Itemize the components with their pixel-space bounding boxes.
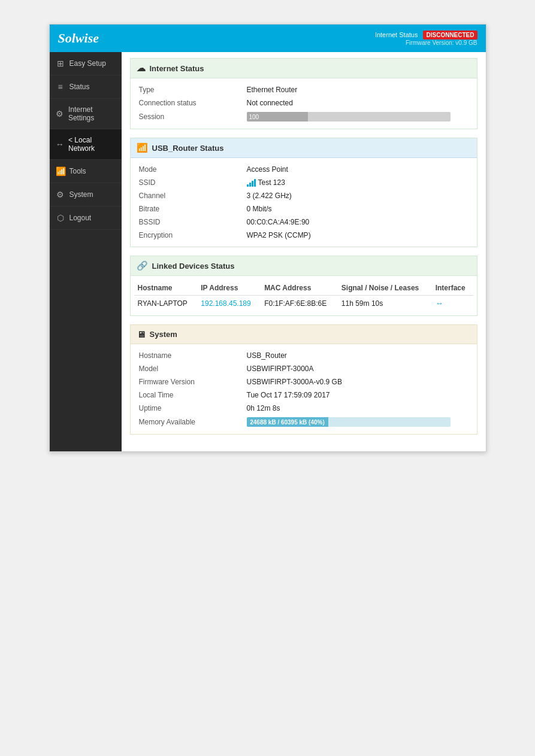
sys-uptime-value: 0h 12m 8s xyxy=(247,404,280,412)
sys-hostname-value: USB_Router xyxy=(247,351,287,360)
main-layout: ⊞ Easy Setup ≡ Status ⚙ Internet Setting… xyxy=(50,52,486,451)
status-icon: ≡ xyxy=(56,82,65,92)
internet-status-label: Internet Status xyxy=(375,31,418,38)
linked-devices-header-bar: 🔗 Linked Devices Status xyxy=(131,256,477,276)
sys-uptime-row: Uptime 0h 12m 8s xyxy=(139,402,468,415)
type-label: Type xyxy=(139,86,247,94)
device-interface: ↔ xyxy=(432,296,473,311)
encryption-value: WPA2 PSK (CCMP) xyxy=(247,231,311,239)
sys-firmware-row: Firmware Version USBWIFIRPT-3000A-v0.9 G… xyxy=(139,375,468,388)
sidebar-item-label-local-network: < Local Network xyxy=(68,136,115,153)
sidebar-item-status[interactable]: ≡ Status xyxy=(50,75,122,99)
ssid-label: SSID xyxy=(139,178,247,187)
linked-devices-body: Hostname IP Address MAC Address Signal /… xyxy=(131,276,477,315)
ssid-value: Test 123 xyxy=(247,178,285,187)
device-hostname: RYAN-LAPTOP xyxy=(134,296,198,311)
session-bar: 100 xyxy=(247,112,451,122)
channel-row: Channel 3 (2.422 GHz) xyxy=(139,189,468,202)
interface-icon: ↔ xyxy=(436,299,443,308)
signal-bars-icon xyxy=(247,178,256,187)
col-hostname: Hostname xyxy=(134,281,198,296)
bar4 xyxy=(254,179,256,187)
sys-memory-row: Memory Available 24688 kB / 60395 kB (40… xyxy=(139,415,468,429)
encryption-label: Encryption xyxy=(139,231,247,239)
memory-progress-bar: 24688 kB / 60395 kB (40%) xyxy=(247,417,451,427)
local-network-icon: ↔ xyxy=(56,139,65,149)
device-signal: 11h 59m 10s xyxy=(338,296,432,311)
system-header-bar: 🖥 System xyxy=(131,325,477,344)
internet-status-header: Internet Status DISCONNECTED xyxy=(375,31,477,38)
sidebar-item-internet-settings[interactable]: ⚙ Internet Settings xyxy=(50,99,122,129)
connection-row: Connection status Not connected xyxy=(139,96,468,110)
disconnected-badge: DISCONNECTED xyxy=(423,31,477,40)
ssid-row: SSID Test 123 xyxy=(139,176,468,189)
memory-bar-text: 24688 kB / 60395 kB (40%) xyxy=(250,419,325,426)
sidebar-item-label-tools: Tools xyxy=(69,167,86,175)
bssid-value: 00:C0:CA:A4:9E:90 xyxy=(247,218,310,226)
col-ip: IP Address xyxy=(197,281,261,296)
cloud-icon: ☁ xyxy=(137,63,146,74)
sidebar-item-label-internet-settings: Internet Settings xyxy=(68,105,116,122)
mode-value: Access Point xyxy=(247,165,288,174)
device-ip: 192.168.45.189 xyxy=(197,296,261,311)
mode-label: Mode xyxy=(139,165,247,174)
sidebar-item-label-logout: Logout xyxy=(69,214,92,222)
device-mac: F0:1F:AF:6E:8B:6E xyxy=(261,296,338,311)
sidebar-item-label-status: Status xyxy=(69,83,90,91)
sidebar-item-label-system: System xyxy=(69,190,93,199)
wifi-icon: 📶 xyxy=(137,142,148,153)
linked-devices-title: Linked Devices Status xyxy=(152,262,235,271)
sidebar-item-logout[interactable]: ⬡ Logout xyxy=(50,207,122,230)
mode-row: Mode Access Point xyxy=(139,163,468,176)
internet-status-section: ☁ Internet Status Type Ethernet Router C… xyxy=(130,58,477,129)
devices-table: Hostname IP Address MAC Address Signal /… xyxy=(134,281,473,311)
bssid-label: BSSID xyxy=(139,218,247,226)
connection-label: Connection status xyxy=(139,99,247,107)
usb-router-title: USB_Router Status xyxy=(152,144,224,153)
bitrate-label: Bitrate xyxy=(139,205,247,213)
sys-uptime-label: Uptime xyxy=(139,404,247,412)
session-row: Session 100 xyxy=(139,110,468,124)
logo: Solwise xyxy=(58,31,99,46)
logout-icon: ⬡ xyxy=(56,213,65,223)
devices-table-header-row: Hostname IP Address MAC Address Signal /… xyxy=(134,281,473,296)
col-mac: MAC Address xyxy=(261,281,338,296)
sys-model-label: Model xyxy=(139,365,247,373)
system-section: 🖥 System Hostname USB_Router Model USBWI… xyxy=(130,324,477,435)
monitor-icon: 🖥 xyxy=(137,329,146,339)
link-icon: 🔗 xyxy=(137,260,148,271)
sidebar-item-local-network[interactable]: ↔ < Local Network xyxy=(50,129,122,160)
system-body: Hostname USB_Router Model USBWIFIRPT-300… xyxy=(131,344,477,434)
bitrate-row: Bitrate 0 Mbit/s xyxy=(139,202,468,215)
header: Solwise Internet Status DISCONNECTED Fir… xyxy=(50,25,486,52)
type-row: Type Ethernet Router xyxy=(139,83,468,96)
system-title: System xyxy=(150,330,177,339)
firmware-version-line: Firmware Version: v0.9 GB xyxy=(375,40,477,46)
table-row: RYAN-LAPTOP 192.168.45.189 F0:1F:AF:6E:8… xyxy=(134,296,473,311)
sys-model-row: Model USBWIFIRPT-3000A xyxy=(139,362,468,375)
channel-value: 3 (2.422 GHz) xyxy=(247,192,292,200)
firmware-label: Firmware Version: xyxy=(406,40,454,46)
firmware-value: v0.9 GB xyxy=(455,40,477,46)
header-right: Internet Status DISCONNECTED Firmware Ve… xyxy=(375,31,477,46)
sys-model-value: USBWIFIRPT-3000A xyxy=(247,365,314,373)
internet-status-body: Type Ethernet Router Connection status N… xyxy=(131,78,477,129)
sys-firmware-label: Firmware Version xyxy=(139,378,247,386)
easy-setup-icon: ⊞ xyxy=(56,59,65,68)
col-interface: Interface xyxy=(432,281,473,296)
sys-firmware-value: USBWIFIRPT-3000A-v0.9 GB xyxy=(247,378,342,386)
sidebar-item-system[interactable]: ⚙ System xyxy=(50,183,122,207)
bar1 xyxy=(247,184,249,187)
sidebar-item-tools[interactable]: 📶 Tools xyxy=(50,160,122,183)
sys-localtime-row: Local Time Tue Oct 17 17:59:09 2017 xyxy=(139,388,468,402)
bar3 xyxy=(252,181,253,187)
bssid-row: BSSID 00:C0:CA:A4:9E:90 xyxy=(139,215,468,229)
session-label: Session xyxy=(139,113,247,121)
sys-hostname-label: Hostname xyxy=(139,351,247,360)
internet-settings-icon: ⚙ xyxy=(56,109,64,119)
sidebar-item-easy-setup[interactable]: ⊞ Easy Setup xyxy=(50,52,122,75)
ssid-text: Test 123 xyxy=(258,178,285,187)
linked-devices-section: 🔗 Linked Devices Status Hostname IP Addr… xyxy=(130,256,477,316)
tools-icon: 📶 xyxy=(56,166,65,176)
bar2 xyxy=(249,183,251,187)
